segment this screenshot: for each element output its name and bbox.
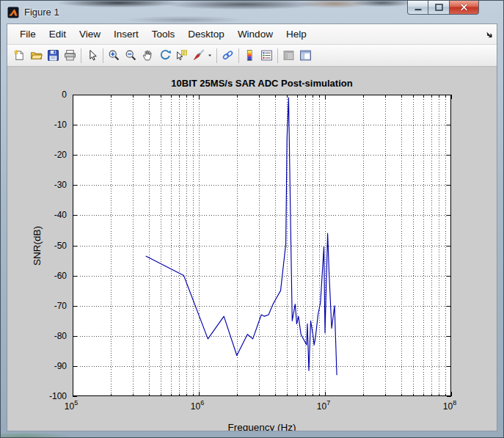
plot-area [73,95,451,396]
window-content: FileEditViewInsertToolsDesktopWindowHelp… [7,23,497,431]
svg-text:-50: -50 [54,241,67,251]
print-figure-button[interactable] [62,47,78,64]
menu-item-help[interactable]: Help [280,26,313,42]
svg-text:-30: -30 [54,180,67,190]
svg-text:-40: -40 [54,210,67,220]
pan-button[interactable] [139,47,156,64]
edit-plot-cursor-button[interactable] [84,47,101,64]
show-plot-tools-button[interactable] [297,47,314,64]
maximize-icon [434,3,444,12]
new-figure-button[interactable] [11,47,28,64]
menu-item-edit[interactable]: Edit [43,26,73,42]
menu-item-tools[interactable]: Tools [145,26,182,42]
overflow-arrow-icon [486,31,493,38]
menu-item-file[interactable]: File [13,26,43,42]
open-file-icon [30,49,43,62]
svg-text:107: 107 [317,399,330,412]
save-figure-icon [47,49,59,62]
link-plot-button[interactable] [219,47,236,64]
minimize-icon [414,3,423,12]
svg-text:-60: -60 [54,271,67,281]
plot-title: 10BIT 25MS/s SAR ADC Post-simulation [73,78,451,89]
data-cursor-icon [175,49,188,62]
brush-dropdown-icon [207,49,214,62]
menu-item-view[interactable]: View [73,26,107,42]
toolbar-separator [238,48,239,63]
insert-legend-button[interactable] [258,47,275,64]
toolbar-separator [216,48,217,63]
menu-item-desktop[interactable]: Desktop [181,26,231,42]
open-file-button[interactable] [28,47,45,64]
zoom-in-button[interactable] [106,47,123,64]
link-plot-icon [222,49,234,62]
zoom-in-icon [108,49,120,62]
data-cursor-button[interactable] [173,47,190,64]
edit-plot-cursor-icon [86,49,98,62]
zoom-out-button[interactable] [123,47,139,64]
toolbar [7,45,497,67]
pan-icon [142,49,154,62]
print-figure-icon [64,49,76,62]
titlebar[interactable]: Figure 1 [1,1,503,23]
hide-plot-tools-button[interactable] [280,47,297,64]
close-button[interactable] [449,1,479,15]
maximize-button[interactable] [428,1,449,15]
rotate-3d-icon [158,49,171,62]
brush-data-icon [192,49,205,62]
new-figure-icon [13,49,26,62]
matlab-icon [7,7,19,18]
brush-data-button[interactable] [190,47,207,64]
svg-text:106: 106 [191,399,204,412]
brush-dropdown-button[interactable] [207,47,214,64]
x-axis-label: Frequency (Hz) [73,422,451,431]
toolbar-separator [81,48,81,63]
save-figure-button[interactable] [45,47,62,64]
rotate-3d-button[interactable] [156,47,173,64]
close-icon [459,3,469,12]
insert-legend-icon [260,49,273,62]
figure-window: Figure 1 FileEditViewInsertToolsDesktopW… [0,0,504,438]
hide-plot-tools-icon [282,49,295,62]
svg-text:-10: -10 [54,120,67,130]
plot-svg: 0-10-20-30-40-50-60-70-80-90-10010510610… [7,67,497,431]
toolbar-separator [103,48,103,63]
figure-canvas: 0-10-20-30-40-50-60-70-80-90-10010510610… [7,67,497,431]
show-plot-tools-icon [299,49,312,62]
svg-text:-70: -70 [54,301,67,311]
zoom-out-icon [125,49,137,62]
insert-colorbar-button[interactable] [241,47,258,64]
window-title: Figure 1 [24,7,59,18]
menu-overflow-arrow[interactable] [486,31,493,38]
svg-text:-100: -100 [49,391,67,401]
menu-item-insert[interactable]: Insert [107,26,145,42]
svg-text:105: 105 [65,399,78,412]
toolbar-separator [277,48,278,63]
svg-text:-20: -20 [54,150,67,160]
svg-text:-90: -90 [54,361,67,371]
menubar: FileEditViewInsertToolsDesktopWindowHelp [7,24,497,45]
insert-colorbar-icon [244,49,256,62]
window-controls [407,1,479,15]
menu-item-window[interactable]: Window [231,26,280,42]
minimize-button[interactable] [407,1,428,15]
svg-text:0: 0 [62,90,67,100]
svg-text:-80: -80 [54,331,67,341]
y-axis-label: SNR(dB) [32,226,43,266]
svg-text:108: 108 [443,399,456,412]
